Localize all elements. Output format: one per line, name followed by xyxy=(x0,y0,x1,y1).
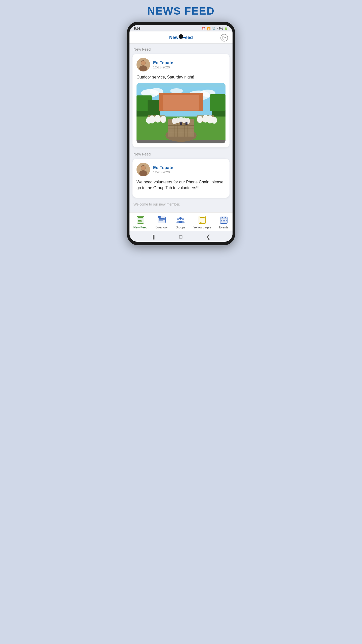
groups-icon xyxy=(176,215,185,225)
svg-rect-47 xyxy=(180,122,182,125)
new-feed-label: New Feed xyxy=(133,226,148,229)
svg-rect-15 xyxy=(210,94,225,111)
nav-item-yellow-pages[interactable]: YP Yellow pages xyxy=(193,215,211,229)
svg-point-65 xyxy=(182,218,184,220)
nav-item-groups[interactable]: Groups xyxy=(175,215,185,229)
logout-button[interactable] xyxy=(220,34,228,42)
svg-rect-70 xyxy=(200,217,205,218)
svg-point-80 xyxy=(221,220,222,221)
post-author-2: Ed Tepate xyxy=(153,165,173,170)
camera-notch xyxy=(179,34,183,39)
post-date-1: 12-28-2020 xyxy=(153,65,173,69)
events-label: Events xyxy=(219,226,229,229)
svg-point-81 xyxy=(223,220,224,221)
signal-icon: 📡 xyxy=(212,27,216,30)
phone-screen: 5:08 ⏰ 📶 📡 47% 🔋 News Feed xyxy=(129,25,233,242)
post-date-2: 12-28-2020 xyxy=(153,170,173,174)
feed-container: New Feed Ed Tepate xyxy=(129,44,233,212)
svg-rect-13 xyxy=(148,100,160,118)
svg-point-36 xyxy=(160,116,166,123)
svg-point-3 xyxy=(139,65,147,71)
welcome-text: Welcome to our new member. xyxy=(133,202,230,206)
post-image-1 xyxy=(137,83,225,143)
svg-rect-60 xyxy=(159,219,165,220)
events-icon xyxy=(219,215,229,225)
page-title: NEWS FEED xyxy=(147,5,215,17)
bottom-nav: New Feed Directory xyxy=(129,212,233,231)
svg-point-37 xyxy=(146,117,151,124)
yellow-pages-icon: YP xyxy=(197,215,207,225)
status-icons: ⏰ 📶 📡 47% 🔋 xyxy=(202,27,228,30)
svg-point-86 xyxy=(224,222,225,222)
directory-label: Directory xyxy=(156,226,168,229)
nav-item-directory[interactable]: Directory xyxy=(156,215,168,229)
phone-frame: 5:08 ⏰ 📶 📡 47% 🔋 News Feed xyxy=(127,22,235,245)
status-bar: 5:08 ⏰ 📶 📡 47% 🔋 xyxy=(129,25,233,31)
recent-apps-button[interactable]: ||| xyxy=(152,234,156,240)
svg-point-41 xyxy=(212,117,217,124)
svg-point-82 xyxy=(224,220,225,221)
svg-point-78 xyxy=(222,217,223,218)
svg-rect-71 xyxy=(200,219,205,219)
svg-point-39 xyxy=(202,115,209,123)
post-card-1: Ed Tepate 12-28-2020 Outdoor service, Sa… xyxy=(132,54,230,147)
back-button[interactable]: ❮ xyxy=(206,234,210,240)
nav-item-events[interactable]: Events xyxy=(219,215,229,229)
svg-point-83 xyxy=(226,220,227,221)
groups-label: Groups xyxy=(175,226,185,229)
post-author-1: Ed Tepate xyxy=(153,60,173,65)
post-meta-1: Ed Tepate 12-28-2020 xyxy=(153,60,173,69)
svg-point-79 xyxy=(225,217,226,218)
section-label-1: New Feed xyxy=(133,47,230,51)
post-header-2: Ed Tepate 12-28-2020 xyxy=(137,163,225,176)
svg-rect-54 xyxy=(138,217,143,218)
svg-rect-62 xyxy=(158,216,161,218)
directory-icon xyxy=(157,215,166,225)
android-nav-bar: ||| □ ❮ xyxy=(129,231,233,242)
post-text-2: We need volunteers for our Phone Chain, … xyxy=(137,179,225,191)
svg-rect-48 xyxy=(186,122,188,125)
svg-point-84 xyxy=(221,222,222,222)
svg-rect-56 xyxy=(138,220,142,221)
svg-rect-73 xyxy=(200,221,204,221)
svg-point-68 xyxy=(182,221,185,223)
svg-point-63 xyxy=(179,217,182,220)
section-label-2: New Feed xyxy=(133,152,230,156)
battery-icon: 🔋 xyxy=(224,27,228,30)
avatar-2 xyxy=(137,163,150,176)
post-card-2: Ed Tepate 12-28-2020 We need volunteers … xyxy=(132,159,230,198)
new-feed-icon xyxy=(136,215,145,225)
svg-point-64 xyxy=(177,218,179,220)
svg-rect-61 xyxy=(159,220,163,221)
svg-point-40 xyxy=(197,116,203,123)
svg-point-67 xyxy=(176,221,179,223)
home-button[interactable]: □ xyxy=(179,234,182,240)
svg-point-85 xyxy=(223,222,224,222)
post-header-1: Ed Tepate 12-28-2020 xyxy=(137,58,225,71)
status-time: 5:08 xyxy=(134,27,141,30)
battery-text: 47% xyxy=(217,27,223,30)
nav-item-new-feed[interactable]: New Feed xyxy=(133,215,148,229)
svg-rect-57 xyxy=(138,221,142,222)
svg-rect-55 xyxy=(138,219,143,219)
svg-text:YP: YP xyxy=(200,221,202,223)
yellow-pages-label: Yellow pages xyxy=(193,226,211,229)
svg-point-51 xyxy=(139,170,147,176)
svg-rect-59 xyxy=(159,218,165,219)
svg-point-10 xyxy=(170,88,183,94)
wifi-icon: 📶 xyxy=(207,27,211,30)
svg-point-35 xyxy=(155,115,161,123)
post-text-1: Outdoor service, Saturday night! xyxy=(137,74,225,80)
post-meta-2: Ed Tepate 12-28-2020 xyxy=(153,165,173,174)
svg-rect-72 xyxy=(200,220,204,220)
svg-rect-17 xyxy=(163,95,199,111)
avatar-1 xyxy=(137,58,150,71)
alarm-icon: ⏰ xyxy=(202,27,206,30)
